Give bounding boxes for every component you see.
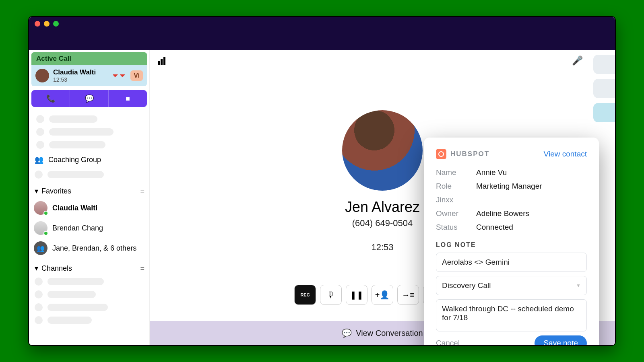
list-item [31, 288, 147, 301]
list-item [31, 168, 147, 181]
meta-label-role: Role [436, 182, 476, 191]
video-icon: ■ [126, 95, 130, 103]
group-avatar: 👥 [34, 241, 47, 255]
list-item [33, 113, 145, 125]
mode-video-button[interactable]: ■ [109, 90, 147, 107]
favorites-header[interactable]: ▾ Favorites = [31, 181, 147, 198]
window-minimize-dot[interactable] [44, 21, 50, 27]
list-item [31, 275, 147, 288]
meta-label-status: Status [436, 223, 476, 232]
caret-down-icon: ▾ [35, 187, 38, 195]
record-button[interactable]: REC [294, 285, 316, 305]
call-timer: 12:53 [371, 242, 393, 253]
view-conversation-label: View Conversation [356, 329, 423, 338]
meta-value-status: Connected [476, 223, 513, 232]
favorite-item[interactable]: Brendan Chang [31, 218, 147, 238]
avatar [34, 201, 47, 215]
caller-name: Jen Alvarez [345, 199, 420, 216]
active-call-card[interactable]: Claudia Walti 12:53 ⏷⏷ Vi [31, 65, 147, 86]
channels-label: Channels [41, 264, 72, 273]
favorite-item[interactable]: Claudia Walti [31, 198, 147, 218]
favorite-name: Claudia Walti [52, 204, 97, 212]
meta-label-owner: Owner [436, 209, 476, 218]
pause-icon: ❚❚ [350, 290, 363, 300]
vi-badge[interactable]: Vi [130, 70, 143, 81]
meta-label-name: Name [436, 168, 476, 177]
note-type-select[interactable]: Discovery Call ▼ [436, 276, 587, 295]
mode-bar: 📞 💬 ■ [31, 90, 147, 107]
hubspot-panel: HUBSPOT View contact NameAnnie Vu RoleMa… [424, 138, 599, 346]
list-item [31, 314, 147, 327]
coaching-label: Coaching Group [48, 156, 101, 164]
list-item [31, 301, 147, 314]
app-window: Active Call Claudia Walti 12:53 ⏷⏷ Vi 📞 … [28, 16, 616, 346]
transfer-icon: →≡ [402, 290, 415, 300]
chat-icon: 💬 [342, 328, 352, 338]
phone-icon: 📞 [46, 94, 55, 103]
caller-phone: (604) 649-0504 [352, 218, 413, 228]
signal-icon[interactable] [158, 57, 166, 65]
favorite-item[interactable]: 👥 Jane, Brendan, & 6 others [31, 238, 147, 258]
log-note-heading: LOG NOTE [436, 241, 587, 249]
meta-value-role: Marketing Manager [476, 182, 542, 191]
window-close-dot[interactable] [35, 21, 40, 27]
meta-value-name: Annie Vu [476, 168, 507, 177]
presence-dot [43, 211, 48, 216]
mode-call-button[interactable]: 📞 [31, 90, 70, 107]
coaching-group-item[interactable]: 👥 Coaching Group [31, 151, 147, 168]
caller-avatar [342, 110, 423, 191]
presence-dot [43, 231, 48, 236]
active-call-name: Claudia Walti [53, 68, 96, 76]
caret-down-icon: ▾ [35, 264, 38, 273]
mode-message-button[interactable]: 💬 [70, 90, 109, 107]
channels-header[interactable]: ▾ Channels = [31, 258, 147, 275]
active-call-time: 12:53 [53, 76, 96, 83]
avatar [35, 69, 49, 82]
rail-tab[interactable] [593, 55, 615, 74]
active-call-banner: Active Call [31, 52, 147, 65]
drag-handle-icon[interactable]: = [140, 187, 144, 195]
mic-icon: 🎙 [327, 290, 335, 300]
hubspot-brand: HUBSPOT [450, 150, 489, 158]
titlebar [29, 17, 615, 50]
favorite-name: Brendan Chang [52, 224, 103, 232]
rail-tab[interactable] [593, 79, 615, 98]
microphone-icon[interactable]: 🎤 [572, 56, 583, 66]
chevron-down-icon: ▼ [576, 283, 581, 288]
meta-value-owner: Adeline Bowers [476, 209, 529, 218]
person-add-icon: +👤 [375, 290, 390, 300]
note-title-input[interactable]: Aerolabs <> Gemini [436, 253, 587, 272]
note-type-value: Discovery Call [442, 281, 491, 290]
avatar [34, 221, 47, 235]
list-item [33, 138, 145, 151]
list-item [33, 125, 145, 138]
message-icon: 💬 [85, 94, 94, 103]
save-note-button[interactable]: Save note [535, 335, 587, 346]
view-contact-link[interactable]: View contact [544, 150, 587, 158]
hubspot-logo-icon [436, 149, 446, 159]
meta-label-company: Jinxx [436, 195, 476, 204]
transfer-button[interactable]: →≡ [397, 285, 419, 305]
mute-button[interactable]: 🎙 [320, 285, 342, 305]
drag-handle-icon[interactable]: = [140, 264, 144, 273]
add-participant-button[interactable]: +👤 [372, 285, 393, 305]
window-zoom-dot[interactable] [53, 21, 59, 27]
hold-button[interactable]: ❚❚ [346, 285, 367, 305]
sidebar: Active Call Claudia Walti 12:53 ⏷⏷ Vi 📞 … [29, 50, 150, 345]
cancel-button[interactable]: Cancel [436, 339, 460, 346]
favorites-label: Favorites [41, 187, 71, 195]
coaching-icon: 👥 [35, 155, 43, 164]
note-body-textarea[interactable]: Walked through DC -- scheduled demo for … [436, 299, 587, 331]
hangup-icon[interactable]: ⏷⏷ [112, 72, 126, 80]
favorite-name: Jane, Brendan, & 6 others [52, 244, 136, 253]
